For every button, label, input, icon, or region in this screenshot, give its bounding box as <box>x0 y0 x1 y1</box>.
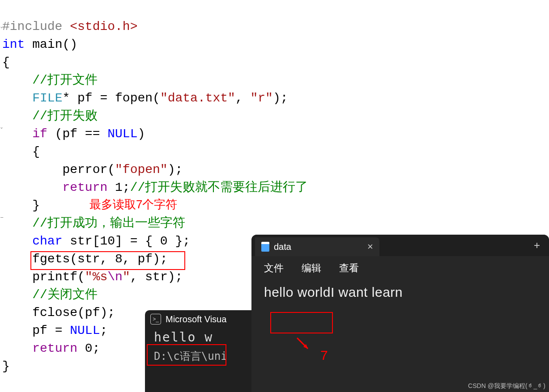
notepad-menu: 文件 编辑 查看 <box>251 256 549 280</box>
annotation-digit-seven: 7 <box>320 348 328 363</box>
code-token: if <box>32 127 47 141</box>
code-comment: //打开成功，输出一些字符 <box>32 216 185 230</box>
annotation-max-read: 最多读取7个字符 <box>89 197 177 212</box>
code-comment: //打开失败就不需要往后进行了 <box>130 181 308 194</box>
code-token: "r" <box>251 91 273 105</box>
code-token: ) <box>137 127 145 141</box>
code-token: 1; <box>107 181 130 194</box>
notepad-tab[interactable]: data × <box>255 237 379 256</box>
highlight-hello-w-in-file <box>270 312 333 333</box>
close-icon[interactable]: × <box>367 241 373 253</box>
code-token: perror( <box>62 163 115 177</box>
code-token: return <box>62 181 107 194</box>
vs-window-title: Microsoft Visua <box>166 314 226 325</box>
code-token: char <box>32 234 62 248</box>
terminal-icon: >_ <box>150 314 161 325</box>
code-token: * pf = fopen( <box>62 91 160 105</box>
code-token: ); <box>168 163 183 177</box>
notepad-tab-title: data <box>274 242 291 252</box>
code-token: #include <box>2 20 62 34</box>
code-token: { <box>2 55 10 69</box>
code-token: return <box>32 341 77 355</box>
code-comment: //打开文件 <box>32 73 98 87</box>
code-token: NULL <box>70 324 100 337</box>
highlight-output-hello-w <box>147 344 226 366</box>
new-tab-button[interactable]: + <box>525 235 549 256</box>
code-token: } <box>32 198 40 212</box>
code-token: pf = <box>32 324 70 337</box>
watermark: CSDN @我要学编程(ಥ_ಥ) <box>468 382 545 390</box>
code-token: printf( <box>32 270 85 284</box>
code-token: ); <box>273 91 288 105</box>
code-token: main() <box>25 38 77 51</box>
menu-file[interactable]: 文件 <box>264 261 284 275</box>
code-token: NULL <box>107 127 137 141</box>
code-token: int <box>2 38 25 51</box>
code-token: , <box>235 91 251 105</box>
code-token: " <box>123 270 130 284</box>
notepad-content[interactable]: hello worldI want learn <box>251 280 549 304</box>
code-token: <stdio.h> <box>70 20 137 34</box>
code-token: \n <box>107 270 123 284</box>
arrow-icon <box>294 335 312 353</box>
code-token: str[10] = { 0 }; <box>62 234 190 248</box>
code-token: ; <box>100 324 107 337</box>
code-token: (pf == <box>47 127 107 141</box>
file-icon <box>261 242 269 252</box>
code-token: } <box>2 359 10 373</box>
code-token: FILE <box>32 91 62 105</box>
code-token: "%s <box>85 270 107 284</box>
highlight-fgets-line <box>30 251 185 270</box>
code-token: "fopen" <box>115 163 168 177</box>
code-comment: //关闭文件 <box>32 288 98 302</box>
menu-edit[interactable]: 编辑 <box>302 261 321 275</box>
code-token: "data.txt" <box>160 91 235 105</box>
menu-view[interactable]: 查看 <box>339 261 359 275</box>
code-comment: //打开失败 <box>32 109 98 123</box>
code-token: { <box>32 145 40 159</box>
notepad-titlebar: data × + <box>251 235 549 256</box>
code-token: fclose(pf); <box>32 306 115 320</box>
code-token: , str); <box>130 270 183 284</box>
code-token: 0; <box>77 341 100 355</box>
